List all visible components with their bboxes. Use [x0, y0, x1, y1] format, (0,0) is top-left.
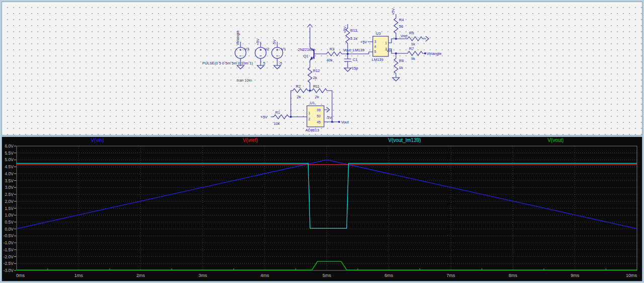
- r4-name: R4: [399, 18, 404, 22]
- opamp-u1[interactable]: [307, 106, 324, 127]
- r13-name: R13: [350, 28, 357, 33]
- r3-value: 40k: [327, 58, 333, 62]
- ltspice-window: { "schematic": { "directive": ".tran 10m…: [0, 0, 644, 283]
- resistor-r1[interactable]: [274, 115, 289, 119]
- x-axis-labels: 0ms1ms2ms3ms4ms5ms6ms7ms8ms9ms10ms: [16, 273, 637, 278]
- r1-value: 10k: [274, 121, 280, 126]
- resistor-r7[interactable]: [408, 51, 423, 55]
- svg-text:3.5V: 3.5V: [5, 178, 14, 183]
- svg-text:-2.5V: -2.5V: [4, 261, 14, 266]
- net-flag-vtriangle: Vtriangle: [235, 30, 240, 45]
- svg-text:1ms: 1ms: [74, 273, 84, 278]
- net-flag-n5v-u1: -5V: [326, 115, 332, 120]
- u3-pin-1: 1: [385, 41, 387, 45]
- r1-name: R1: [275, 110, 280, 115]
- svg-text:1.5V: 1.5V: [5, 206, 14, 211]
- trace-legend: V(vin) V(vref) V(vout_lm139) V(vout): [2, 137, 642, 145]
- c1-name: C1: [353, 57, 358, 62]
- u1-name: U1: [310, 101, 315, 105]
- resistor-r3[interactable]: [327, 52, 342, 56]
- net-flag-p5v-r4: +5V: [391, 8, 395, 15]
- schematic-canvas[interactable]: V3 V2 V1 PULSE(0 5 0 5m 5m 0 10m 1) 5 -5…: [2, 2, 642, 135]
- svg-text:8ms: 8ms: [509, 273, 518, 278]
- r2-name: R2: [296, 84, 301, 89]
- net-label-vref: Vref: [400, 34, 408, 38]
- svg-text:4ms: 4ms: [261, 273, 270, 278]
- svg-text:-3.0V: -3.0V: [4, 268, 14, 273]
- c1-value: 15p: [352, 66, 358, 70]
- u3-pin-4: 4: [374, 45, 376, 48]
- r7-value: 9k: [411, 56, 415, 61]
- ground-r6[interactable]: [392, 78, 399, 81]
- net-flag-p5v-v2: +5V: [256, 38, 260, 45]
- r11-name: R11: [313, 84, 319, 89]
- svg-text:5.5V: 5.5V: [5, 151, 14, 156]
- r6-name: R6: [399, 58, 404, 63]
- svg-text:5.0V: 5.0V: [5, 157, 14, 162]
- resistor-r5[interactable]: [408, 37, 423, 41]
- svg-text:9ms: 9ms: [571, 273, 580, 278]
- v3-name: V3: [245, 47, 249, 51]
- sim-directive[interactable]: .tran 10m: [236, 78, 252, 83]
- u3-name: U3: [376, 31, 381, 36]
- r6-value: 1k: [399, 65, 403, 70]
- v2-name: V2: [265, 47, 269, 51]
- u1-pin-45: 45: [317, 120, 321, 124]
- resistor-r4[interactable]: [394, 18, 398, 33]
- resistor-r6[interactable]: [394, 58, 398, 74]
- r11-value: 2k: [315, 95, 319, 99]
- net-flag-n5v-v1: -5V: [272, 39, 277, 45]
- v2-value: 5: [263, 61, 265, 65]
- svg-text:4.0V: 4.0V: [5, 171, 14, 176]
- legend-trace-vin[interactable]: V(vin): [91, 137, 104, 143]
- u3-part: LM139: [372, 57, 383, 62]
- net-label-vout-lm139: Vout_LM139: [343, 48, 364, 52]
- q1-model: 2N2219A: [298, 47, 313, 52]
- r12-name: R12: [313, 68, 320, 73]
- svg-text:2.0V: 2.0V: [5, 199, 14, 204]
- resistor-r11[interactable]: [312, 89, 327, 93]
- u1-pin-50: 50: [317, 114, 321, 118]
- svg-text:0ms: 0ms: [16, 273, 25, 278]
- r5-value: 1k: [411, 42, 415, 46]
- waveform-viewer[interactable]: V(vin) V(vref) V(vout_lm139) V(vout) 6.0…: [2, 136, 642, 281]
- r7-name: R7: [409, 46, 414, 51]
- svg-text:-1.5V: -1.5V: [4, 247, 14, 252]
- r2-value: 2k: [297, 95, 301, 99]
- u1-pin-99: 99: [317, 108, 321, 112]
- net-label-vin: Vin: [386, 48, 392, 53]
- r4-value: 56: [399, 24, 403, 29]
- legend-trace-vout-lm139[interactable]: V(vout_lm139): [388, 137, 421, 143]
- r13-value: 5.1k: [350, 36, 357, 41]
- legend-trace-vout[interactable]: V(vout): [547, 137, 564, 143]
- legend-trace-vref[interactable]: V(vref): [243, 137, 258, 143]
- capacitor-c1[interactable]: [344, 68, 351, 72]
- svg-text:10ms: 10ms: [626, 273, 637, 278]
- u3-pin-5: 5: [374, 50, 376, 53]
- svg-text:2.5V: 2.5V: [5, 192, 14, 197]
- u1-pin-2: 2: [308, 117, 310, 121]
- net-flag-p5v-r1: +5V: [261, 115, 268, 119]
- resistor-r2[interactable]: [293, 89, 308, 93]
- svg-text:5ms: 5ms: [323, 273, 332, 278]
- plot-area[interactable]: 6.0V5.5V5.0V4.5V4.0V3.5V3.0V2.5V2.0V1.5V…: [2, 145, 642, 281]
- svg-text:6.0V: 6.0V: [5, 145, 14, 149]
- u1-pin-1: 1: [308, 111, 310, 115]
- svg-text:7ms: 7ms: [447, 273, 456, 278]
- resistor-r12[interactable]: [308, 67, 312, 83]
- wires[interactable]: [240, 14, 426, 122]
- v1-name: V1: [281, 47, 286, 51]
- v3-value: PULSE(0 5 0 5m 5m 0 10m 1): [202, 61, 253, 65]
- svg-text:6ms: 6ms: [384, 273, 393, 278]
- svg-text:2ms: 2ms: [136, 273, 145, 278]
- svg-text:0.0V: 0.0V: [5, 227, 14, 232]
- net-flag-p5v-u3: +5V: [360, 40, 367, 44]
- svg-text:1.0V: 1.0V: [5, 213, 14, 218]
- svg-text:0.5V: 0.5V: [5, 220, 14, 225]
- r3-name: R3: [330, 47, 335, 51]
- r12-value: 2k: [313, 76, 317, 80]
- svg-text:-2.0V: -2.0V: [4, 254, 14, 259]
- r5-name: R5: [409, 31, 414, 35]
- svg-text:3.0V: 3.0V: [5, 185, 14, 190]
- schematic-drawing: V3 V2 V1 PULSE(0 5 0 5m 5m 0 10m 1) 5 -5…: [2, 2, 642, 135]
